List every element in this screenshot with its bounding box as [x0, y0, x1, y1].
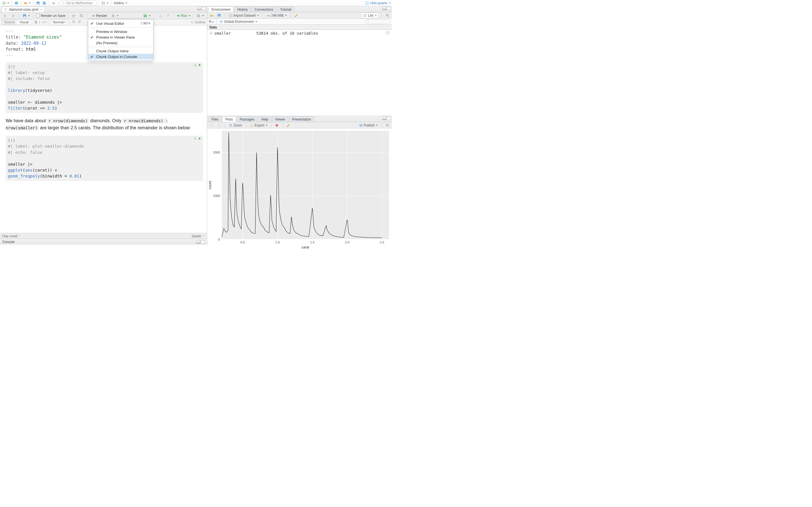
file-tab[interactable]: diamond-sizes.qmd ×	[2, 6, 45, 12]
source-visual-toggle[interactable]: Source Visual	[2, 20, 31, 25]
tab-presentation[interactable]: Presentation	[289, 116, 314, 122]
source-tabstrip: diamond-sizes.qmd ×	[0, 6, 207, 12]
open-file-icon[interactable]	[23, 1, 32, 6]
tab-viewer[interactable]: Viewer	[272, 116, 288, 122]
back-icon[interactable]	[2, 13, 8, 18]
publish-plot-button[interactable]: Publish	[358, 123, 378, 128]
memory-indicator[interactable]: 248 MiB	[266, 13, 288, 18]
maximize-pane-icon[interactable]	[387, 7, 391, 10]
tab-packages[interactable]: Packages	[237, 116, 258, 122]
expand-icon[interactable]	[209, 32, 213, 35]
menu-no-preview[interactable]: (No Preview)	[88, 40, 153, 46]
outline-toggle[interactable]: Outline	[190, 20, 205, 24]
code-chunk-setup[interactable]: {r} #| label: setup #| include: false li…	[6, 62, 203, 113]
find-icon[interactable]	[78, 13, 85, 18]
run-button[interactable]: Run	[176, 14, 190, 18]
bold-icon[interactable]: B	[35, 20, 38, 24]
remove-plot-icon[interactable]	[274, 123, 280, 128]
close-tab-icon[interactable]: ×	[40, 8, 42, 11]
save-doc-icon[interactable]	[21, 13, 31, 18]
publish-icon[interactable]	[195, 13, 205, 18]
plot-prev-icon[interactable]	[209, 123, 214, 128]
run-prev-icon[interactable]	[157, 13, 163, 18]
svg-point-27	[72, 22, 73, 23]
tab-help[interactable]: Help	[258, 116, 271, 122]
render-options-gear[interactable]	[110, 13, 120, 18]
view-data-icon[interactable]	[386, 31, 390, 36]
run-chunk-icon[interactable]	[199, 137, 201, 140]
minimize-pane-icon[interactable]	[382, 7, 386, 10]
code-chunk-plot[interactable]: {r} #| label: plot-smaller-diamonds #| e…	[6, 136, 203, 180]
tab-environment[interactable]: Environment	[208, 6, 234, 12]
export-button[interactable]: Export	[249, 123, 268, 128]
environment-pane: Environment History Connections Tutorial…	[207, 6, 392, 116]
scope-selector[interactable]: (Top Level) ⌃	[2, 234, 20, 238]
clear-workspace-icon[interactable]	[294, 13, 299, 18]
env-search-input[interactable]	[365, 19, 390, 24]
new-file-icon[interactable]	[1, 1, 10, 6]
menu-use-visual-editor[interactable]: ✔ Use Visual Editor⇧⌘F4	[88, 20, 153, 26]
svg-rect-50	[287, 126, 288, 127]
prose-paragraph: We have data about r nrow(diamonds) diam…	[6, 117, 203, 131]
forward-icon[interactable]	[10, 13, 16, 18]
block-format-select[interactable]: Normal	[51, 19, 68, 25]
menu-chunk-console[interactable]: ✔ Chunk Output in Console	[88, 54, 153, 59]
minimize-pane-icon[interactable]	[382, 117, 386, 120]
maximize-pane-icon[interactable]	[202, 7, 206, 10]
goto-file-input[interactable]: Go to file/function	[60, 1, 97, 6]
plots-tabstrip: Files Plots Packages Help Viewer Present…	[207, 116, 392, 122]
svg-text:2000: 2000	[213, 151, 220, 154]
language-select[interactable]: R	[209, 20, 214, 24]
console-tab[interactable]: Console	[2, 240, 15, 244]
refresh-icon[interactable]	[385, 13, 390, 18]
run-above-icon[interactable]	[165, 13, 171, 18]
save-all-icon[interactable]	[42, 1, 47, 6]
tab-history[interactable]: History	[234, 6, 251, 12]
bullet-list-icon[interactable]	[71, 20, 75, 24]
svg-point-17	[5, 9, 6, 9]
env-variable-row[interactable]: smaller 53814 obs. of 10 variables	[207, 30, 392, 36]
format-indicator[interactable]: Quarto ⌃	[192, 234, 205, 238]
maximize-pane-icon[interactable]	[387, 117, 391, 120]
scope-select[interactable]: Global Environment	[220, 20, 257, 24]
code-icon[interactable]: </>	[42, 20, 47, 24]
insert-chunk-icon[interactable]	[142, 13, 152, 18]
menu-preview-viewer[interactable]: ✔ Preview in Viewer Pane	[88, 34, 153, 40]
load-workspace-icon[interactable]	[209, 13, 214, 18]
minimize-pane-icon[interactable]	[197, 7, 201, 10]
save-icon[interactable]	[35, 1, 41, 6]
chunk-options-icon[interactable]	[193, 137, 197, 140]
menu-chunk-inline[interactable]: Chunk Output Inline	[88, 48, 153, 54]
plots-toolbar: Zoom Export Publish	[207, 122, 392, 128]
render-button[interactable]: Render	[90, 13, 109, 18]
clear-plots-icon[interactable]	[286, 123, 291, 128]
print-icon[interactable]	[51, 1, 56, 6]
zoom-button[interactable]: Zoom	[228, 123, 243, 128]
numbered-list-icon[interactable]: 123	[77, 20, 81, 24]
tab-files[interactable]: Files	[208, 116, 221, 122]
tab-tutorial[interactable]: Tutorial	[277, 6, 294, 12]
run-chunk-icon[interactable]	[199, 64, 201, 66]
menu-preview-window[interactable]: Preview in Window	[88, 29, 153, 34]
italic-icon[interactable]: I	[39, 20, 40, 24]
save-workspace-icon[interactable]	[216, 13, 222, 18]
check-icon: ✔	[91, 35, 94, 40]
tab-plots[interactable]: Plots	[222, 116, 236, 122]
minimize-pane-icon[interactable]	[196, 240, 200, 244]
tab-connections[interactable]: Connections	[252, 6, 276, 12]
svg-rect-8	[53, 2, 54, 3]
svg-rect-39	[229, 14, 232, 17]
addins-menu[interactable]: Addins	[113, 1, 128, 6]
maximize-pane-icon[interactable]	[201, 240, 205, 244]
refresh-plot-icon[interactable]	[385, 123, 390, 128]
import-dataset-button[interactable]: Import Dataset	[228, 13, 260, 18]
new-project-icon[interactable]	[13, 1, 19, 6]
plot-next-icon[interactable]	[216, 123, 222, 128]
grid-icon[interactable]	[100, 1, 109, 6]
project-menu[interactable]: R r4ds-quarto	[365, 1, 391, 5]
render-on-save-checkbox[interactable]: Render on Save	[36, 14, 65, 18]
spellcheck-icon[interactable]: ABC	[70, 13, 77, 18]
view-mode-select[interactable]: List	[361, 13, 378, 18]
chunk-options-icon[interactable]	[193, 63, 197, 67]
svg-point-21	[80, 14, 82, 16]
